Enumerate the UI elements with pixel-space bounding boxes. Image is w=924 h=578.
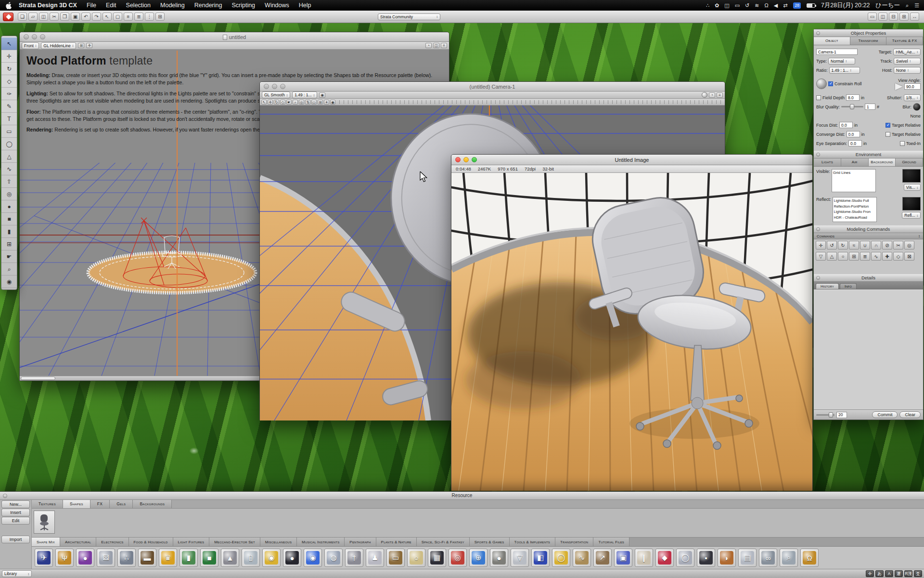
history-slider[interactable] xyxy=(816,414,834,416)
pencil-tool[interactable]: ✎ xyxy=(1,100,17,113)
minimize-button[interactable] xyxy=(32,34,37,39)
blur-quality-field[interactable] xyxy=(865,104,875,110)
rectangle-tool[interactable]: ▭ xyxy=(1,125,17,138)
type-select[interactable]: Normal↕ xyxy=(828,58,855,65)
open-folder-icon[interactable]: ▱ xyxy=(28,13,38,21)
shape-magnifier[interactable]: ⌕ xyxy=(780,549,798,567)
menu-item[interactable]: Windows xyxy=(260,2,294,9)
calendar-menu-icon[interactable]: 28 xyxy=(793,2,800,9)
shape-console[interactable]: ▪ xyxy=(697,549,715,567)
close-button[interactable] xyxy=(264,84,269,89)
spotlight-icon[interactable]: ⌕ xyxy=(906,2,909,9)
slider-thumb[interactable] xyxy=(829,412,833,418)
details-tab[interactable]: History xyxy=(816,283,839,289)
properties-tab[interactable]: Texture & FX xyxy=(886,37,923,45)
hand-tool[interactable]: ☛ xyxy=(1,250,17,263)
slider-thumb[interactable] xyxy=(850,104,854,109)
redo-icon[interactable]: ↷ xyxy=(92,13,101,21)
import-resource-button[interactable]: Import xyxy=(1,536,30,543)
shape-column[interactable]: ▮ xyxy=(180,549,198,567)
shape-bottle[interactable]: ▯ xyxy=(242,549,260,567)
menu-item[interactable]: Scripting xyxy=(227,2,260,9)
shape-dagger[interactable]: † xyxy=(345,549,363,567)
details-tab[interactable]: Info xyxy=(840,283,857,289)
shape-box[interactable]: ◧ xyxy=(531,549,550,567)
document-window-titlebar[interactable]: untitled xyxy=(20,32,449,42)
strip-frame-icon[interactable]: ▭ xyxy=(311,100,317,105)
user-switch-icon[interactable]: ⇄ xyxy=(783,2,787,9)
resource-tab[interactable]: Textures xyxy=(32,500,63,508)
shade-options-icon[interactable]: ◔ xyxy=(425,43,432,48)
details-header[interactable]: Details xyxy=(814,274,923,282)
rendered-image-canvas[interactable] xyxy=(451,173,812,491)
distribute-icon[interactable]: ⋮ xyxy=(145,13,154,21)
reflect-list-item[interactable]: Lightdome-Studio Fron xyxy=(834,209,875,215)
community-select[interactable]: Strata Community↕ xyxy=(378,13,440,20)
properties-tab[interactable]: Object xyxy=(814,37,850,45)
workspace-icon[interactable]: ↔ xyxy=(910,13,919,21)
snap-command-icon[interactable]: ✛ xyxy=(816,241,826,250)
shape-orb[interactable]: ● xyxy=(76,549,94,567)
lathe-tool[interactable]: ◎ xyxy=(1,188,17,200)
bevel-command-icon[interactable]: △ xyxy=(827,252,837,261)
align-vertical-icon[interactable]: ≣ xyxy=(134,13,143,21)
shape-metal-balls[interactable]: ∴ xyxy=(117,549,136,567)
category-tab[interactable]: Food & Household xyxy=(129,538,173,546)
strip-camera-icon[interactable]: ◉ xyxy=(330,100,335,105)
shape-crate[interactable]: ■ xyxy=(200,549,218,567)
category-tab[interactable]: Tools & Implements xyxy=(510,538,556,546)
shape-medal[interactable]: ◉ xyxy=(262,549,281,567)
marquee-mode-icon[interactable]: ▢ xyxy=(113,13,122,21)
clock-menu[interactable]: 7月28日(月) 20:22 xyxy=(821,1,870,10)
toed-in-checkbox[interactable] xyxy=(900,141,905,146)
strip-dolly-icon[interactable]: ⇅ xyxy=(305,100,310,105)
shape-chain[interactable]: ∞ xyxy=(759,549,777,567)
category-tab[interactable]: Space, Sci-Fi & Fantasy xyxy=(417,538,470,546)
finder-icon[interactable]: ◫ xyxy=(724,2,729,9)
shape-hoop[interactable]: ◯ xyxy=(676,549,694,567)
paw-icon[interactable]: ∴ xyxy=(706,2,709,9)
shape-lasso[interactable]: ∿ xyxy=(573,549,591,567)
shape-globe[interactable]: ⊕ xyxy=(469,549,488,567)
visible-list[interactable]: Grid Lines xyxy=(832,169,876,192)
eye-separation-field[interactable] xyxy=(848,140,862,146)
resource-titlebar[interactable]: Resource xyxy=(0,492,924,500)
strip-grid-icon[interactable]: ⊞ xyxy=(318,100,323,105)
time-machine-icon[interactable]: ↺ xyxy=(745,2,749,9)
grid-snap-icon[interactable]: ⊞ xyxy=(155,13,165,21)
cut-icon[interactable]: ✂ xyxy=(50,13,59,21)
constrain-roll-checkbox[interactable] xyxy=(828,81,833,86)
display-icon[interactable]: ▭ xyxy=(735,2,740,9)
input-kanji-icon[interactable]: R漢 xyxy=(904,570,912,577)
shape-obelisk[interactable]: ▲ xyxy=(221,549,239,567)
shape-flask[interactable]: ▽ xyxy=(511,549,529,567)
palette-close-button[interactable] xyxy=(816,276,820,280)
menu-item[interactable]: Rendering xyxy=(190,2,227,9)
commands-bar[interactable]: Commands↕ xyxy=(814,233,923,239)
shape-engine[interactable]: ▣ xyxy=(614,549,632,567)
shape-briefcase[interactable]: ▬ xyxy=(138,549,156,567)
save-icon[interactable]: ◫ xyxy=(39,13,48,21)
display-mode-select[interactable]: GL Smooth↕ xyxy=(262,92,290,98)
reflect-list-item[interactable]: HDR - ChateauRoad xyxy=(834,215,875,221)
shape-ring[interactable]: ◯ xyxy=(552,549,570,567)
resource-tab[interactable]: Gels xyxy=(110,500,133,508)
category-tab[interactable]: Meccano-Erector Set xyxy=(209,538,260,546)
volume-icon[interactable]: ◀ xyxy=(774,2,778,9)
converge-dist-field[interactable] xyxy=(847,131,860,137)
menu-item[interactable]: File xyxy=(82,2,101,9)
environment-tab[interactable]: Air xyxy=(841,158,869,166)
copy-icon[interactable]: ❐ xyxy=(60,13,69,21)
focus-dist-field[interactable] xyxy=(839,122,853,128)
intersect-command-icon[interactable]: ∩ xyxy=(871,241,881,250)
oval-tool[interactable]: ◯ xyxy=(1,138,17,150)
environment-tab[interactable]: Lights xyxy=(814,158,841,166)
strip-orbit-icon[interactable]: ◎ xyxy=(299,100,304,105)
shape-drum[interactable]: ◎ xyxy=(449,549,467,567)
converge-target-relative-checkbox[interactable] xyxy=(886,132,890,137)
union-command-icon[interactable]: ∪ xyxy=(860,241,870,250)
subtract-command-icon[interactable]: ⊘ xyxy=(882,241,892,250)
resource-tab[interactable]: Shapes xyxy=(63,500,90,508)
menu-item[interactable]: Help xyxy=(294,2,316,9)
strip-select-icon[interactable]: ↖ xyxy=(261,100,267,105)
